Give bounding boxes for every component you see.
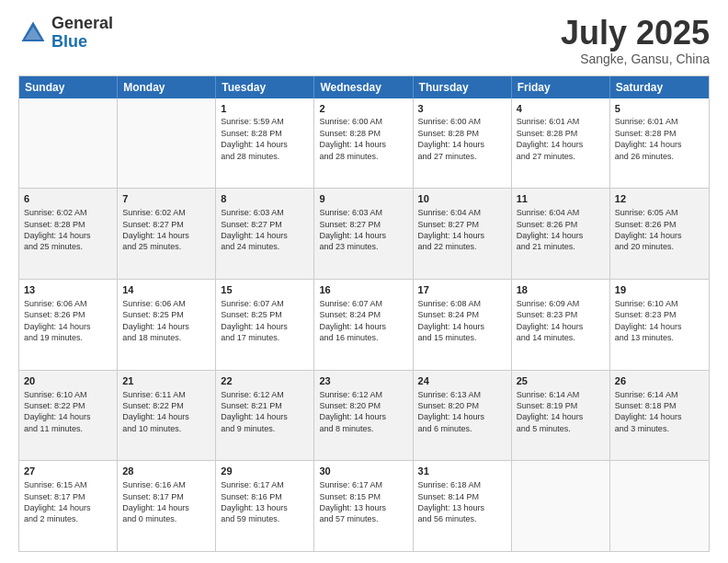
logo-general-label: General — [51, 15, 113, 33]
day-number: 5 — [615, 102, 704, 116]
calendar-cell: 11Sunrise: 6:04 AMSunset: 8:26 PMDayligh… — [512, 189, 610, 279]
cell-info: Sunrise: 6:03 AMSunset: 8:27 PMDaylight:… — [319, 208, 386, 251]
calendar: SundayMondayTuesdayWednesdayThursdayFrid… — [18, 75, 710, 552]
cell-info: Sunrise: 6:00 AMSunset: 8:28 PMDaylight:… — [319, 117, 386, 160]
calendar-cell: 26Sunrise: 6:14 AMSunset: 8:18 PMDayligh… — [610, 371, 709, 461]
calendar-cell: 10Sunrise: 6:04 AMSunset: 8:27 PMDayligh… — [414, 189, 512, 279]
calendar-cell — [610, 461, 709, 551]
cell-info: Sunrise: 6:04 AMSunset: 8:27 PMDaylight:… — [418, 208, 485, 251]
calendar-cell: 19Sunrise: 6:10 AMSunset: 8:23 PMDayligh… — [610, 280, 709, 370]
calendar-cell: 28Sunrise: 6:16 AMSunset: 8:17 PMDayligh… — [118, 461, 216, 551]
calendar-cell: 14Sunrise: 6:06 AMSunset: 8:25 PMDayligh… — [118, 280, 216, 370]
day-number: 9 — [319, 192, 407, 206]
cell-info: Sunrise: 6:17 AMSunset: 8:16 PMDaylight:… — [221, 480, 288, 523]
calendar-cell: 1Sunrise: 5:59 AMSunset: 8:28 PMDaylight… — [216, 98, 314, 189]
calendar-cell: 22Sunrise: 6:12 AMSunset: 8:21 PMDayligh… — [216, 371, 314, 461]
cell-info: Sunrise: 6:14 AMSunset: 8:18 PMDaylight:… — [615, 390, 682, 433]
cell-info: Sunrise: 6:06 AMSunset: 8:26 PMDaylight:… — [24, 299, 91, 342]
calendar-cell: 18Sunrise: 6:09 AMSunset: 8:23 PMDayligh… — [512, 280, 610, 370]
day-number: 21 — [122, 374, 210, 388]
header-day-monday: Monday — [118, 76, 216, 98]
logo-blue-label: Blue — [51, 33, 113, 52]
day-number: 30 — [319, 465, 407, 478]
month-title: July 2025 — [561, 15, 710, 52]
cell-info: Sunrise: 6:10 AMSunset: 8:22 PMDaylight:… — [24, 390, 91, 433]
day-number: 22 — [221, 374, 309, 388]
day-number: 7 — [122, 192, 210, 206]
cell-info: Sunrise: 6:01 AMSunset: 8:28 PMDaylight:… — [517, 117, 584, 160]
title-block: July 2025 Sangke, Gansu, China — [561, 15, 710, 66]
day-number: 3 — [418, 102, 506, 116]
day-number: 26 — [615, 374, 704, 388]
calendar-cell: 27Sunrise: 6:15 AMSunset: 8:17 PMDayligh… — [19, 461, 118, 551]
cell-info: Sunrise: 6:03 AMSunset: 8:27 PMDaylight:… — [221, 208, 288, 251]
header-day-friday: Friday — [512, 76, 610, 98]
cell-info: Sunrise: 6:02 AMSunset: 8:28 PMDaylight:… — [24, 208, 91, 251]
cell-info: Sunrise: 6:07 AMSunset: 8:25 PMDaylight:… — [221, 299, 288, 342]
location: Sangke, Gansu, China — [561, 52, 710, 66]
calendar-body: 1Sunrise: 5:59 AMSunset: 8:28 PMDaylight… — [19, 98, 709, 551]
calendar-header-row: SundayMondayTuesdayWednesdayThursdayFrid… — [19, 76, 709, 98]
day-number: 18 — [517, 283, 605, 297]
calendar-row-1: 1Sunrise: 5:59 AMSunset: 8:28 PMDaylight… — [19, 98, 709, 189]
day-number: 16 — [319, 283, 407, 297]
logo-text: General Blue — [51, 15, 113, 52]
header-day-tuesday: Tuesday — [216, 76, 314, 98]
day-number: 1 — [221, 102, 309, 116]
calendar-row-4: 20Sunrise: 6:10 AMSunset: 8:22 PMDayligh… — [19, 370, 709, 461]
day-number: 17 — [418, 283, 506, 297]
calendar-cell: 29Sunrise: 6:17 AMSunset: 8:16 PMDayligh… — [216, 461, 314, 551]
day-number: 10 — [418, 192, 506, 206]
cell-info: Sunrise: 6:07 AMSunset: 8:24 PMDaylight:… — [319, 299, 386, 342]
calendar-cell: 15Sunrise: 6:07 AMSunset: 8:25 PMDayligh… — [216, 280, 314, 370]
cell-info: Sunrise: 6:17 AMSunset: 8:15 PMDaylight:… — [319, 480, 386, 523]
cell-info: Sunrise: 6:12 AMSunset: 8:21 PMDaylight:… — [221, 390, 288, 433]
day-number: 12 — [615, 192, 704, 206]
calendar-cell: 25Sunrise: 6:14 AMSunset: 8:19 PMDayligh… — [512, 371, 610, 461]
cell-info: Sunrise: 6:11 AMSunset: 8:22 PMDaylight:… — [122, 390, 189, 433]
calendar-cell — [19, 98, 118, 189]
day-number: 11 — [517, 192, 605, 206]
day-number: 25 — [517, 374, 605, 388]
day-number: 28 — [122, 465, 210, 478]
cell-info: Sunrise: 6:00 AMSunset: 8:28 PMDaylight:… — [418, 117, 485, 160]
logo: General Blue — [18, 15, 113, 52]
calendar-cell: 4Sunrise: 6:01 AMSunset: 8:28 PMDaylight… — [512, 98, 610, 189]
day-number: 2 — [319, 102, 407, 116]
cell-info: Sunrise: 6:15 AMSunset: 8:17 PMDaylight:… — [24, 480, 91, 523]
cell-info: Sunrise: 6:18 AMSunset: 8:14 PMDaylight:… — [418, 480, 485, 523]
day-number: 27 — [24, 465, 112, 478]
cell-info: Sunrise: 5:59 AMSunset: 8:28 PMDaylight:… — [221, 117, 288, 160]
day-number: 14 — [122, 283, 210, 297]
header: General Blue July 2025 Sangke, Gansu, Ch… — [18, 15, 710, 66]
page: General Blue July 2025 Sangke, Gansu, Ch… — [0, 0, 728, 563]
cell-info: Sunrise: 6:04 AMSunset: 8:26 PMDaylight:… — [517, 208, 584, 251]
logo-icon — [18, 18, 48, 48]
calendar-cell: 23Sunrise: 6:12 AMSunset: 8:20 PMDayligh… — [314, 371, 413, 461]
cell-info: Sunrise: 6:13 AMSunset: 8:20 PMDaylight:… — [418, 390, 485, 433]
calendar-cell: 8Sunrise: 6:03 AMSunset: 8:27 PMDaylight… — [216, 189, 314, 279]
header-day-sunday: Sunday — [19, 76, 118, 98]
calendar-cell: 3Sunrise: 6:00 AMSunset: 8:28 PMDaylight… — [414, 98, 512, 189]
calendar-row-2: 6Sunrise: 6:02 AMSunset: 8:28 PMDaylight… — [19, 188, 709, 279]
calendar-cell: 6Sunrise: 6:02 AMSunset: 8:28 PMDaylight… — [19, 189, 118, 279]
calendar-cell: 13Sunrise: 6:06 AMSunset: 8:26 PMDayligh… — [19, 280, 118, 370]
cell-info: Sunrise: 6:14 AMSunset: 8:19 PMDaylight:… — [517, 390, 584, 433]
day-number: 31 — [418, 465, 506, 478]
calendar-cell: 16Sunrise: 6:07 AMSunset: 8:24 PMDayligh… — [314, 280, 413, 370]
header-day-wednesday: Wednesday — [314, 76, 413, 98]
day-number: 15 — [221, 283, 309, 297]
calendar-row-5: 27Sunrise: 6:15 AMSunset: 8:17 PMDayligh… — [19, 460, 709, 551]
cell-info: Sunrise: 6:12 AMSunset: 8:20 PMDaylight:… — [319, 390, 386, 433]
day-number: 23 — [319, 374, 407, 388]
day-number: 13 — [24, 283, 112, 297]
calendar-cell: 5Sunrise: 6:01 AMSunset: 8:28 PMDaylight… — [610, 98, 709, 189]
day-number: 6 — [24, 192, 112, 206]
day-number: 20 — [24, 374, 112, 388]
day-number: 24 — [418, 374, 506, 388]
cell-info: Sunrise: 6:16 AMSunset: 8:17 PMDaylight:… — [122, 480, 189, 523]
calendar-cell: 9Sunrise: 6:03 AMSunset: 8:27 PMDaylight… — [314, 189, 413, 279]
calendar-cell: 12Sunrise: 6:05 AMSunset: 8:26 PMDayligh… — [610, 189, 709, 279]
calendar-cell: 30Sunrise: 6:17 AMSunset: 8:15 PMDayligh… — [314, 461, 413, 551]
cell-info: Sunrise: 6:01 AMSunset: 8:28 PMDaylight:… — [615, 117, 682, 160]
